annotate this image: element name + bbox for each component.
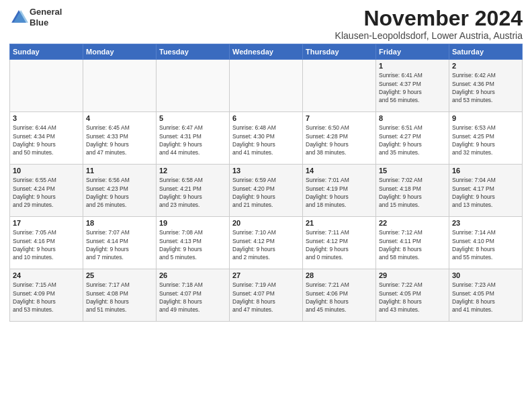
header-sunday: Sunday: [10, 44, 83, 60]
day-number: 30: [452, 271, 519, 279]
table-row: 25Sunrise: 7:17 AM Sunset: 4:08 PM Dayli…: [83, 269, 157, 322]
day-info: Sunrise: 7:15 AM Sunset: 4:09 PM Dayligh…: [13, 281, 80, 314]
day-number: 13: [232, 167, 300, 175]
day-info: Sunrise: 7:01 AM Sunset: 4:19 PM Dayligh…: [306, 176, 373, 209]
table-row: 22Sunrise: 7:12 AM Sunset: 4:11 PM Dayli…: [376, 217, 449, 269]
header-tuesday: Tuesday: [157, 44, 230, 60]
day-info: Sunrise: 7:08 AM Sunset: 4:13 PM Dayligh…: [159, 228, 226, 261]
day-info: Sunrise: 6:58 AM Sunset: 4:21 PM Dayligh…: [159, 176, 226, 209]
day-info: Sunrise: 7:02 AM Sunset: 4:18 PM Dayligh…: [379, 176, 446, 209]
day-number: 1: [379, 62, 446, 70]
title-block: November 2024 Klausen-Leopoldsdorf, Lowe…: [335, 7, 523, 41]
table-row: 20Sunrise: 7:10 AM Sunset: 4:12 PM Dayli…: [230, 217, 303, 269]
calendar-week-row: 1Sunrise: 6:41 AM Sunset: 4:37 PM Daylig…: [10, 60, 523, 112]
day-number: 7: [306, 114, 373, 122]
day-info: Sunrise: 6:48 AM Sunset: 4:30 PM Dayligh…: [232, 124, 300, 156]
table-row: 5Sunrise: 6:47 AM Sunset: 4:31 PM Daylig…: [157, 112, 230, 165]
day-info: Sunrise: 7:14 AM Sunset: 4:10 PM Dayligh…: [452, 228, 519, 261]
day-info: Sunrise: 6:55 AM Sunset: 4:24 PM Dayligh…: [13, 176, 80, 209]
header-thursday: Thursday: [303, 44, 376, 60]
day-number: 18: [86, 219, 153, 227]
day-number: 27: [232, 271, 300, 279]
day-number: 2: [452, 62, 519, 70]
day-number: 19: [159, 219, 226, 227]
day-number: 26: [159, 271, 226, 279]
table-row: 4Sunrise: 6:45 AM Sunset: 4:33 PM Daylig…: [83, 112, 157, 165]
day-info: Sunrise: 7:17 AM Sunset: 4:08 PM Dayligh…: [86, 281, 153, 314]
day-info: Sunrise: 7:11 AM Sunset: 4:12 PM Dayligh…: [306, 228, 373, 261]
day-info: Sunrise: 6:44 AM Sunset: 4:34 PM Dayligh…: [13, 124, 80, 156]
day-number: 3: [13, 114, 80, 122]
table-row: 13Sunrise: 6:59 AM Sunset: 4:20 PM Dayli…: [230, 165, 303, 217]
table-row: 16Sunrise: 7:04 AM Sunset: 4:17 PM Dayli…: [449, 165, 523, 217]
day-number: 17: [13, 219, 80, 227]
day-number: 12: [159, 167, 226, 175]
calendar-week-row: 10Sunrise: 6:55 AM Sunset: 4:24 PM Dayli…: [10, 165, 523, 217]
page-container: General Blue November 2024 Klausen-Leopo…: [0, 0, 532, 327]
day-info: Sunrise: 7:05 AM Sunset: 4:16 PM Dayligh…: [13, 228, 80, 261]
header-monday: Monday: [83, 44, 157, 60]
table-row: 12Sunrise: 6:58 AM Sunset: 4:21 PM Dayli…: [157, 165, 230, 217]
header-friday: Friday: [376, 44, 449, 60]
day-info: Sunrise: 6:42 AM Sunset: 4:36 PM Dayligh…: [452, 71, 519, 104]
day-info: Sunrise: 7:04 AM Sunset: 4:17 PM Dayligh…: [452, 176, 519, 209]
table-row: 26Sunrise: 7:18 AM Sunset: 4:07 PM Dayli…: [157, 269, 230, 322]
table-row: [10, 60, 83, 112]
table-row: 27Sunrise: 7:19 AM Sunset: 4:07 PM Dayli…: [230, 269, 303, 322]
table-row: 30Sunrise: 7:23 AM Sunset: 4:05 PM Dayli…: [449, 269, 523, 322]
day-number: 24: [13, 271, 80, 279]
table-row: 17Sunrise: 7:05 AM Sunset: 4:16 PM Dayli…: [10, 217, 83, 269]
table-row: 18Sunrise: 7:07 AM Sunset: 4:14 PM Dayli…: [83, 217, 157, 269]
header-saturday: Saturday: [449, 44, 523, 60]
table-row: [230, 60, 303, 112]
table-row: 6Sunrise: 6:48 AM Sunset: 4:30 PM Daylig…: [230, 112, 303, 165]
day-info: Sunrise: 7:22 AM Sunset: 4:05 PM Dayligh…: [379, 281, 446, 314]
day-number: 4: [86, 114, 153, 122]
table-row: 8Sunrise: 6:51 AM Sunset: 4:27 PM Daylig…: [376, 112, 449, 165]
calendar-week-row: 3Sunrise: 6:44 AM Sunset: 4:34 PM Daylig…: [10, 112, 523, 165]
day-info: Sunrise: 7:10 AM Sunset: 4:12 PM Dayligh…: [232, 228, 300, 261]
day-number: 5: [159, 114, 226, 122]
day-number: 21: [306, 219, 373, 227]
day-info: Sunrise: 6:53 AM Sunset: 4:25 PM Dayligh…: [452, 124, 519, 156]
weekday-header-row: Sunday Monday Tuesday Wednesday Thursday…: [10, 44, 523, 60]
day-info: Sunrise: 7:21 AM Sunset: 4:06 PM Dayligh…: [306, 281, 373, 314]
day-info: Sunrise: 6:50 AM Sunset: 4:28 PM Dayligh…: [306, 124, 373, 156]
calendar-week-row: 17Sunrise: 7:05 AM Sunset: 4:16 PM Dayli…: [10, 217, 523, 269]
day-number: 10: [13, 167, 80, 175]
table-row: 11Sunrise: 6:56 AM Sunset: 4:23 PM Dayli…: [83, 165, 157, 217]
day-info: Sunrise: 6:41 AM Sunset: 4:37 PM Dayligh…: [379, 71, 446, 104]
table-row: 2Sunrise: 6:42 AM Sunset: 4:36 PM Daylig…: [449, 60, 523, 112]
day-number: 23: [452, 219, 519, 227]
table-row: 15Sunrise: 7:02 AM Sunset: 4:18 PM Dayli…: [376, 165, 449, 217]
calendar-table: Sunday Monday Tuesday Wednesday Thursday…: [9, 44, 523, 322]
day-number: 28: [306, 271, 373, 279]
logo: General Blue: [9, 7, 62, 28]
table-row: [303, 60, 376, 112]
day-number: 29: [379, 271, 446, 279]
table-row: 29Sunrise: 7:22 AM Sunset: 4:05 PM Dayli…: [376, 269, 449, 322]
header-wednesday: Wednesday: [230, 44, 303, 60]
day-number: 25: [86, 271, 153, 279]
month-title: November 2024: [335, 7, 523, 30]
day-number: 8: [379, 114, 446, 122]
day-number: 6: [232, 114, 300, 122]
table-row: 9Sunrise: 6:53 AM Sunset: 4:25 PM Daylig…: [449, 112, 523, 165]
day-info: Sunrise: 7:07 AM Sunset: 4:14 PM Dayligh…: [86, 228, 153, 261]
table-row: [157, 60, 230, 112]
table-row: 19Sunrise: 7:08 AM Sunset: 4:13 PM Dayli…: [157, 217, 230, 269]
day-number: 11: [86, 167, 153, 175]
day-number: 15: [379, 167, 446, 175]
day-number: 14: [306, 167, 373, 175]
header: General Blue November 2024 Klausen-Leopo…: [9, 7, 523, 41]
day-number: 22: [379, 219, 446, 227]
table-row: 23Sunrise: 7:14 AM Sunset: 4:10 PM Dayli…: [449, 217, 523, 269]
table-row: 24Sunrise: 7:15 AM Sunset: 4:09 PM Dayli…: [10, 269, 83, 322]
day-info: Sunrise: 6:59 AM Sunset: 4:20 PM Dayligh…: [232, 176, 300, 209]
location-subtitle: Klausen-Leopoldsdorf, Lower Austria, Aus…: [335, 30, 523, 41]
logo-icon: [9, 8, 28, 27]
day-number: 9: [452, 114, 519, 122]
day-info: Sunrise: 7:12 AM Sunset: 4:11 PM Dayligh…: [379, 228, 446, 261]
table-row: 1Sunrise: 6:41 AM Sunset: 4:37 PM Daylig…: [376, 60, 449, 112]
day-info: Sunrise: 6:45 AM Sunset: 4:33 PM Dayligh…: [86, 124, 153, 156]
